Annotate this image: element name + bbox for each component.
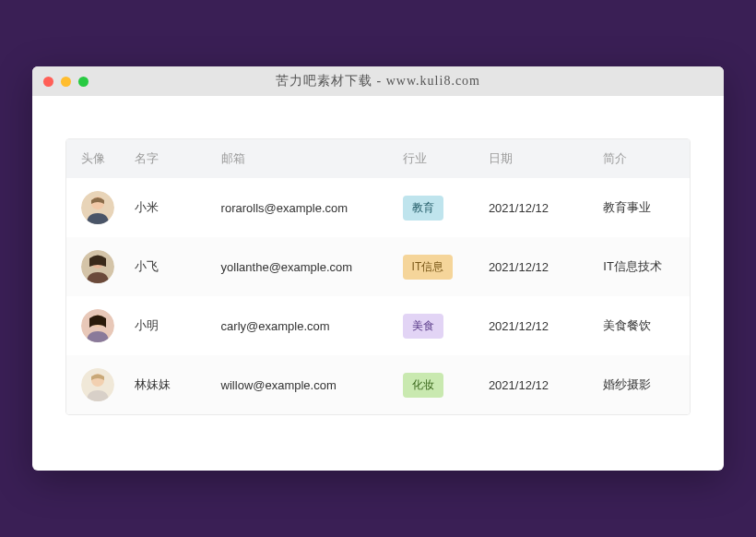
close-icon[interactable] [43,77,53,87]
industry-badge: 教育 [403,196,443,221]
header-name: 名字 [125,139,211,178]
cell-name: 小米 [125,178,211,237]
window-title: 苦力吧素材下载 - www.kuli8.com [32,73,724,90]
table-row[interactable]: 林妹妹 willow@example.com 化妆 2021/12/12 婚纱摄… [66,355,690,414]
cell-industry: 美食 [394,296,479,355]
industry-badge: 美食 [403,314,443,339]
table-row[interactable]: 小明 carly@example.com 美食 2021/12/12 美食餐饮 [66,296,690,355]
browser-window: 苦力吧素材下载 - www.kuli8.com 头像 名字 邮箱 行业 日期 简… [32,66,724,471]
cell-avatar [66,178,125,237]
traffic-lights [43,77,89,87]
cell-intro: 教育事业 [594,178,690,237]
cell-email: willow@example.com [212,355,394,414]
header-avatar: 头像 [66,139,125,178]
cell-date: 2021/12/12 [479,355,594,414]
cell-email: yollanthe@example.com [212,237,394,296]
avatar [81,191,114,224]
cell-avatar [66,296,125,355]
cell-intro: 美食餐饮 [594,296,690,355]
cell-date: 2021/12/12 [479,296,594,355]
table-row[interactable]: 小米 rorarolls@example.com 教育 2021/12/12 教… [66,178,690,237]
header-date: 日期 [479,139,594,178]
header-email: 邮箱 [212,139,394,178]
table-header-row: 头像 名字 邮箱 行业 日期 简介 [66,139,690,178]
cell-date: 2021/12/12 [479,178,594,237]
cell-name: 林妹妹 [125,355,211,414]
cell-industry: 化妆 [394,355,479,414]
avatar [81,250,114,283]
cell-avatar [66,237,125,296]
header-industry: 行业 [394,139,479,178]
cell-avatar [66,355,125,414]
avatar [81,309,114,342]
data-table: 头像 名字 邮箱 行业 日期 简介 [66,139,690,414]
titlebar: 苦力吧素材下载 - www.kuli8.com [32,66,724,96]
cell-date: 2021/12/12 [479,237,594,296]
maximize-icon[interactable] [78,77,89,87]
minimize-icon[interactable] [61,77,71,87]
content-area: 头像 名字 邮箱 行业 日期 简介 [32,96,724,471]
table-row[interactable]: 小飞 yollanthe@example.com IT信息 2021/12/12… [66,237,690,296]
cell-industry: 教育 [394,178,479,237]
industry-badge: IT信息 [403,255,454,280]
cell-name: 小明 [125,296,211,355]
avatar [81,368,114,401]
cell-email: rorarolls@example.com [212,178,394,237]
header-intro: 简介 [594,139,690,178]
industry-badge: 化妆 [403,373,443,398]
cell-industry: IT信息 [394,237,479,296]
cell-email: carly@example.com [212,296,394,355]
cell-intro: IT信息技术 [594,237,690,296]
cell-name: 小飞 [125,237,211,296]
table-card: 头像 名字 邮箱 行业 日期 简介 [65,138,691,415]
cell-intro: 婚纱摄影 [594,355,690,414]
